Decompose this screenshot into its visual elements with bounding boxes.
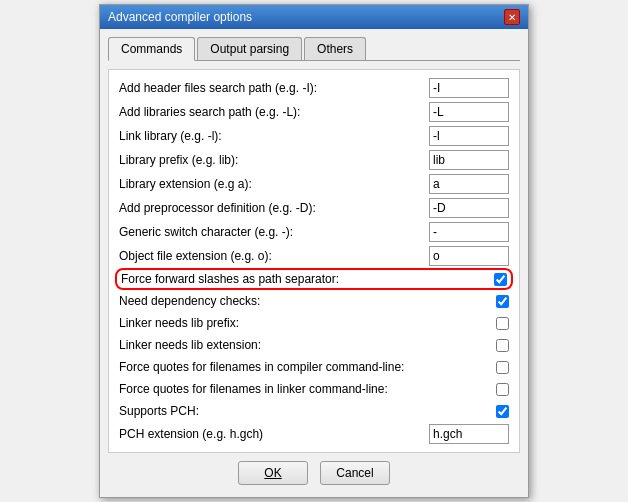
checkbox-label-5: Force quotes for filenames in linker com… (119, 382, 496, 396)
field-label-0: Add header files search path (e.g. -I): (119, 81, 429, 95)
field-input-0[interactable] (429, 78, 509, 98)
field-row-7: Object file extension (e.g. o): (115, 244, 513, 268)
field-input-4[interactable] (429, 174, 509, 194)
checkbox-label-4: Force quotes for filenames in compiler c… (119, 360, 496, 374)
field-label-7: Object file extension (e.g. o): (119, 249, 429, 263)
field-row-5: Add preprocessor definition (e.g. -D): (115, 196, 513, 220)
form-area: Add header files search path (e.g. -I): … (108, 69, 520, 453)
main-window: Advanced compiler options ✕ Commands Out… (99, 4, 529, 498)
window-content: Commands Output parsing Others Add heade… (100, 29, 528, 497)
field-row-2: Link library (e.g. -l): (115, 124, 513, 148)
pch-label: PCH extension (e.g. h.gch) (119, 427, 429, 441)
checkbox-input-4[interactable] (496, 361, 509, 374)
checkbox-input-5[interactable] (496, 383, 509, 396)
field-input-5[interactable] (429, 198, 509, 218)
field-row-4: Library extension (e.g a): (115, 172, 513, 196)
field-label-5: Add preprocessor definition (e.g. -D): (119, 201, 429, 215)
checkbox-input-0[interactable] (494, 273, 507, 286)
tab-output-parsing[interactable]: Output parsing (197, 37, 302, 60)
checkbox-input-2[interactable] (496, 317, 509, 330)
field-row-0: Add header files search path (e.g. -I): (115, 76, 513, 100)
checkbox-label-1: Need dependency checks: (119, 294, 496, 308)
checkbox-row-3: Linker needs lib extension: (115, 334, 513, 356)
tab-others[interactable]: Others (304, 37, 366, 60)
button-row: OK Cancel (108, 453, 520, 489)
checkbox-input-1[interactable] (496, 295, 509, 308)
field-row-3: Library prefix (e.g. lib): (115, 148, 513, 172)
field-label-4: Library extension (e.g a): (119, 177, 429, 191)
field-label-6: Generic switch character (e.g. -): (119, 225, 429, 239)
title-bar: Advanced compiler options ✕ (100, 5, 528, 29)
tab-commands[interactable]: Commands (108, 37, 195, 61)
cancel-button[interactable]: Cancel (320, 461, 390, 485)
field-input-1[interactable] (429, 102, 509, 122)
window-title: Advanced compiler options (108, 10, 252, 24)
checkbox-row-0: Force forward slashes as path separator: (115, 268, 513, 290)
field-input-2[interactable] (429, 126, 509, 146)
field-label-3: Library prefix (e.g. lib): (119, 153, 429, 167)
checkbox-row-5: Force quotes for filenames in linker com… (115, 378, 513, 400)
close-button[interactable]: ✕ (504, 9, 520, 25)
checkbox-label-0: Force forward slashes as path separator: (121, 272, 494, 286)
checkbox-label-2: Linker needs lib prefix: (119, 316, 496, 330)
field-row-1: Add libraries search path (e.g. -L): (115, 100, 513, 124)
field-input-3[interactable] (429, 150, 509, 170)
ok-button[interactable]: OK (238, 461, 308, 485)
field-input-6[interactable] (429, 222, 509, 242)
checkbox-input-6[interactable] (496, 405, 509, 418)
checkbox-row-6: Supports PCH: (115, 400, 513, 422)
field-input-7[interactable] (429, 246, 509, 266)
pch-input[interactable] (429, 424, 509, 444)
checkbox-label-3: Linker needs lib extension: (119, 338, 496, 352)
checkbox-label-6: Supports PCH: (119, 404, 496, 418)
checkbox-row-2: Linker needs lib prefix: (115, 312, 513, 334)
tab-bar: Commands Output parsing Others (108, 37, 520, 61)
checkbox-row-4: Force quotes for filenames in compiler c… (115, 356, 513, 378)
field-label-1: Add libraries search path (e.g. -L): (119, 105, 429, 119)
checkbox-input-3[interactable] (496, 339, 509, 352)
checkbox-row-1: Need dependency checks: (115, 290, 513, 312)
pch-row: PCH extension (e.g. h.gch) (115, 422, 513, 446)
field-row-6: Generic switch character (e.g. -): (115, 220, 513, 244)
field-label-2: Link library (e.g. -l): (119, 129, 429, 143)
